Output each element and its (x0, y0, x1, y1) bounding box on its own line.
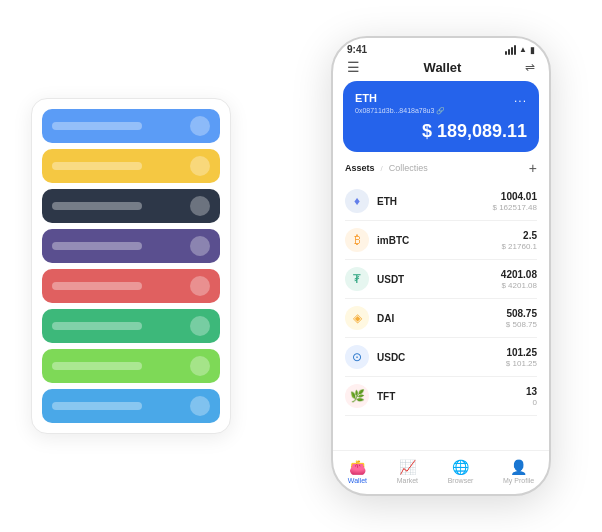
list-item[interactable] (42, 109, 220, 143)
asset-amount: 101.25 (506, 347, 537, 358)
asset-left: 🌿 TFT (345, 384, 395, 408)
asset-name: USDC (377, 352, 405, 363)
profile-nav-icon: 👤 (510, 459, 527, 475)
asset-amount: 1004.01 (493, 191, 538, 202)
asset-right: 2.5 $ 21760.1 (501, 230, 537, 251)
asset-value: $ 4201.08 (501, 281, 537, 290)
asset-left: ◈ DAI (345, 306, 394, 330)
assets-header: Assets / Collecties + (333, 160, 549, 182)
card-icon (190, 236, 210, 256)
list-item[interactable] (42, 389, 220, 423)
list-item[interactable] (42, 349, 220, 383)
status-icons: ▲ ▮ (505, 45, 535, 55)
wifi-icon: ▲ (519, 45, 527, 54)
card-icon (190, 196, 210, 216)
table-row[interactable]: ◈ DAI 508.75 $ 508.75 (345, 299, 537, 338)
asset-right: 101.25 $ 101.25 (506, 347, 537, 368)
phone-mockup: 9:41 ▲ ▮ ☰ Wallet ⇌ ETH ... (331, 36, 551, 496)
card-label (52, 282, 142, 290)
eth-card[interactable]: ETH ... 0x08711d3b...8418a78u3 🔗 $ 189,0… (343, 81, 539, 152)
card-label (52, 362, 142, 370)
assets-tabs: Assets / Collecties (345, 163, 428, 173)
eth-card-header: ETH ... (355, 91, 527, 105)
list-item[interactable] (42, 189, 220, 223)
asset-name: ETH (377, 196, 397, 207)
asset-right: 4201.08 $ 4201.08 (501, 269, 537, 290)
card-icon (190, 356, 210, 376)
table-row[interactable]: ₮ USDT 4201.08 $ 4201.08 (345, 260, 537, 299)
browser-nav-icon: 🌐 (452, 459, 469, 475)
card-stack (31, 98, 231, 434)
card-label (52, 242, 142, 250)
asset-amount: 508.75 (506, 308, 537, 319)
battery-icon: ▮ (530, 45, 535, 55)
asset-amount: 13 (526, 386, 537, 397)
nav-market[interactable]: 📈 Market (397, 459, 418, 484)
eth-card-amount: $ 189,089.11 (355, 121, 527, 142)
table-row[interactable]: ⊙ USDC 101.25 $ 101.25 (345, 338, 537, 377)
nav-wallet[interactable]: 👛 Wallet (348, 459, 367, 484)
card-icon (190, 316, 210, 336)
card-icon (190, 276, 210, 296)
page-title: Wallet (424, 60, 462, 75)
signal-icon (505, 45, 516, 55)
asset-amount: 4201.08 (501, 269, 537, 280)
usdc-icon: ⊙ (345, 345, 369, 369)
nav-wallet-label: Wallet (348, 477, 367, 484)
list-item[interactable] (42, 309, 220, 343)
tab-assets[interactable]: Assets (345, 163, 375, 173)
asset-amount: 2.5 (501, 230, 537, 241)
eth-card-title: ETH (355, 92, 377, 104)
eth-card-address: 0x08711d3b...8418a78u3 🔗 (355, 107, 527, 115)
list-item[interactable] (42, 269, 220, 303)
bottom-nav: 👛 Wallet 📈 Market 🌐 Browser 👤 My Profile (333, 450, 549, 494)
asset-name: DAI (377, 313, 394, 324)
asset-right: 1004.01 $ 162517.48 (493, 191, 538, 212)
asset-value: $ 162517.48 (493, 203, 538, 212)
card-label (52, 202, 142, 210)
tab-divider: / (381, 164, 383, 173)
asset-value: $ 21760.1 (501, 242, 537, 251)
eth-balance: $ 189,089.11 (422, 121, 527, 141)
asset-left: ⊙ USDC (345, 345, 405, 369)
asset-value: 0 (526, 398, 537, 407)
dai-icon: ◈ (345, 306, 369, 330)
asset-list: ♦ ETH 1004.01 $ 162517.48 ₿ imBTC 2.5 $ … (333, 182, 549, 450)
eth-icon: ♦ (345, 189, 369, 213)
nav-profile[interactable]: 👤 My Profile (503, 459, 534, 484)
asset-left: ₮ USDT (345, 267, 404, 291)
add-asset-button[interactable]: + (529, 160, 537, 176)
menu-icon[interactable]: ☰ (347, 59, 360, 75)
nav-browser[interactable]: 🌐 Browser (448, 459, 474, 484)
card-label (52, 162, 142, 170)
asset-name: imBTC (377, 235, 409, 246)
wallet-nav-icon: 👛 (349, 459, 366, 475)
asset-left: ₿ imBTC (345, 228, 409, 252)
scene: 9:41 ▲ ▮ ☰ Wallet ⇌ ETH ... (31, 16, 571, 516)
asset-name: USDT (377, 274, 404, 285)
asset-right: 13 0 (526, 386, 537, 407)
asset-value: $ 101.25 (506, 359, 537, 368)
card-label (52, 122, 142, 130)
imbtc-icon: ₿ (345, 228, 369, 252)
asset-value: $ 508.75 (506, 320, 537, 329)
asset-name: TFT (377, 391, 395, 402)
card-icon (190, 156, 210, 176)
phone-header: ☰ Wallet ⇌ (333, 55, 549, 81)
table-row[interactable]: 🌿 TFT 13 0 (345, 377, 537, 416)
table-row[interactable]: ₿ imBTC 2.5 $ 21760.1 (345, 221, 537, 260)
tab-collectibles[interactable]: Collecties (389, 163, 428, 173)
tft-icon: 🌿 (345, 384, 369, 408)
usdt-icon: ₮ (345, 267, 369, 291)
scan-icon[interactable]: ⇌ (525, 60, 535, 74)
market-nav-icon: 📈 (399, 459, 416, 475)
table-row[interactable]: ♦ ETH 1004.01 $ 162517.48 (345, 182, 537, 221)
asset-right: 508.75 $ 508.75 (506, 308, 537, 329)
eth-card-more-icon[interactable]: ... (514, 91, 527, 105)
card-icon (190, 396, 210, 416)
list-item[interactable] (42, 229, 220, 263)
status-bar: 9:41 ▲ ▮ (333, 38, 549, 55)
list-item[interactable] (42, 149, 220, 183)
nav-browser-label: Browser (448, 477, 474, 484)
nav-profile-label: My Profile (503, 477, 534, 484)
